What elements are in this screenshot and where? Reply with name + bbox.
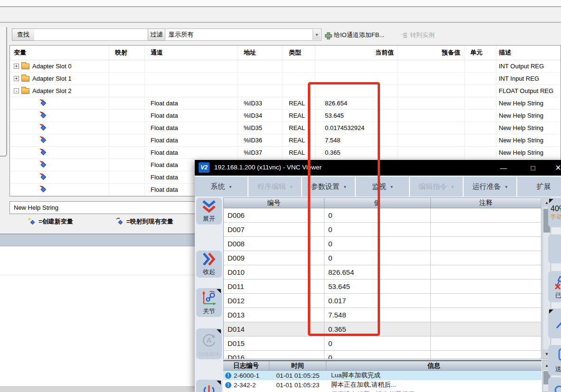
variable-icon xyxy=(39,161,47,169)
col-header[interactable]: 时间 xyxy=(269,361,326,370)
col-header[interactable]: 地址 xyxy=(238,46,282,60)
table-row[interactable]: Float data %ID37 REAL 0.365 New Help Str… xyxy=(10,147,561,159)
table-row[interactable]: D009 0 xyxy=(224,251,541,265)
cell-register-value: 0 xyxy=(324,351,431,359)
cell-prepared-value xyxy=(398,110,465,121)
table-row[interactable]: D008 0 xyxy=(224,237,541,251)
tree-toggle-icon[interactable]: - xyxy=(14,88,19,93)
top-toolbar-strip xyxy=(0,0,561,7)
annotation-rectangle xyxy=(308,82,380,336)
register-table-header: 编号 值 注释 xyxy=(224,198,541,208)
find-input[interactable] xyxy=(34,28,148,41)
log-row[interactable]: ! 1-92C-1 01-01 00:22:23 伺服没有打开，请先打开伺服 xyxy=(223,390,542,392)
tree-toggle-icon[interactable]: + xyxy=(14,76,19,81)
table-row[interactable]: D013 7.548 xyxy=(224,308,541,322)
col-header[interactable]: 单元 xyxy=(465,46,496,60)
cell-register-comment xyxy=(431,208,541,222)
variable-icon xyxy=(39,124,47,132)
maximize-button[interactable]: □ xyxy=(525,160,541,176)
cell-mapping xyxy=(109,85,145,97)
cell-channel: Float data xyxy=(145,110,238,121)
cell-address: %ID36 xyxy=(238,134,282,146)
log-row[interactable]: ! 2-342-2 01-01 01:05:23 脚本正在加载,请稍后... xyxy=(223,380,542,390)
chevron-down-icon[interactable]: ▾ xyxy=(313,29,321,40)
table-row[interactable]: Float data %ID34 REAL 53.645 New Help St… xyxy=(10,110,561,122)
menu-item[interactable]: 扩展 ▾ xyxy=(517,177,561,196)
circle-mode-button[interactable] xyxy=(548,377,561,392)
wire-feed-button[interactable]: 送丝 xyxy=(548,345,561,375)
tree-toggle-icon[interactable]: + xyxy=(14,64,19,69)
cell-channel xyxy=(145,73,238,84)
menu-item[interactable]: 编辑指令 ▾ xyxy=(410,177,463,196)
loop-icon: A xyxy=(200,328,218,351)
sidebar-partial-button[interactable] xyxy=(196,380,222,392)
variable-icon xyxy=(39,149,47,157)
cell-prepared-value xyxy=(398,97,465,109)
col-header[interactable]: 注释 xyxy=(431,198,541,208)
table-row[interactable]: D007 0 xyxy=(224,223,541,237)
line-mode-button[interactable] xyxy=(548,308,561,338)
col-header[interactable]: 变量 xyxy=(10,46,109,60)
cell-address: %ID33 xyxy=(238,97,282,109)
table-row[interactable]: Float data %ID36 REAL 7.548 New Help Str… xyxy=(10,134,561,147)
close-button[interactable]: ✕ xyxy=(550,160,561,176)
plus-icon xyxy=(325,32,331,38)
menu-item[interactable]: 系统 ▾ xyxy=(195,177,247,196)
cell-unit xyxy=(465,97,496,109)
menu-item[interactable]: 运行准备 ▾ xyxy=(464,177,516,196)
partial-icon xyxy=(202,380,216,392)
cell-register-id: D015 xyxy=(224,336,324,350)
torch-off-button[interactable]: 已关 xyxy=(548,271,561,302)
col-header[interactable]: 通道 xyxy=(145,46,238,60)
expand-button[interactable]: 展开 xyxy=(196,198,222,224)
col-header[interactable]: 类型 xyxy=(282,46,315,60)
table-row[interactable]: + Adapter Slot 1 INT Input REG xyxy=(10,73,561,85)
table-row[interactable]: D011 53.645 xyxy=(224,280,541,294)
cell-description: New Help String xyxy=(496,134,561,146)
col-header[interactable]: 描述 xyxy=(496,46,561,60)
table-row[interactable]: D006 0 xyxy=(224,208,541,223)
cell-mapping xyxy=(109,97,145,109)
cell-address xyxy=(238,73,282,84)
col-header[interactable]: 预备值 xyxy=(398,46,465,60)
cell-current-value xyxy=(315,60,398,72)
table-row[interactable]: + Adapter Slot 0 INT Output REG xyxy=(10,60,561,73)
col-header[interactable]: 日志编号 xyxy=(223,361,269,370)
cell-mapping xyxy=(109,110,145,121)
add-fb-button[interactable]: 给IO通道添加FB... xyxy=(325,29,384,41)
continuous-loop-button[interactable]: A 连续循环 xyxy=(196,328,222,359)
cell-channel xyxy=(145,85,238,97)
joint-mode-button[interactable]: 关节 xyxy=(196,288,222,317)
cell-register-comment xyxy=(431,237,541,251)
minimize-button[interactable]: — xyxy=(495,160,512,176)
legend: =创建新变量 =映射到现有变量 xyxy=(0,217,195,231)
table-row[interactable]: D015 0 xyxy=(224,336,541,351)
col-header[interactable]: 当前值 xyxy=(315,46,398,60)
blank-button[interactable] xyxy=(548,234,561,263)
col-header[interactable]: 映射 xyxy=(109,46,145,60)
collapse-button[interactable]: 收起 xyxy=(196,251,222,278)
col-header[interactable]: 信息 xyxy=(326,361,542,370)
table-row[interactable]: - Adapter Slot 2 FLOAT Output REG xyxy=(10,85,561,97)
cell-description: New Help String xyxy=(496,110,561,121)
table-row[interactable]: D010 826.654 xyxy=(224,265,541,280)
variable-icon xyxy=(39,99,47,107)
table-row[interactable]: D014 0.365 xyxy=(224,322,541,336)
log-time: 01-01 01:05:25 xyxy=(269,372,326,379)
table-row[interactable]: Float data %ID33 REAL 826.654 New Help S… xyxy=(10,97,561,110)
goto-instance-button: 转到实例 xyxy=(400,29,435,41)
table-row[interactable]: D012 0.017 xyxy=(224,294,541,308)
menu-item[interactable]: 程序编辑 ▾ xyxy=(248,177,301,196)
chevron-down-icon: ▾ xyxy=(390,184,393,189)
cell-unit xyxy=(465,122,496,134)
log-row[interactable]: ! 2-6000-1 01-01 01:05:25 Lua脚本加载完成 xyxy=(223,371,542,380)
filter-dropdown-value: 显示所有 xyxy=(169,30,193,39)
cell-prepared-value xyxy=(398,85,465,97)
left-panel-edge xyxy=(0,27,7,157)
folder-icon xyxy=(21,76,29,82)
filter-dropdown[interactable]: 显示所有 ▾ xyxy=(165,28,322,41)
table-row[interactable]: Float data %ID35 REAL 0.0174532924 New H… xyxy=(10,122,561,134)
speed-mode-button[interactable]: 40% 手动 xyxy=(548,198,561,227)
table-row[interactable]: D016 0 xyxy=(224,351,541,359)
cell-description: INT Output REG xyxy=(496,60,561,72)
